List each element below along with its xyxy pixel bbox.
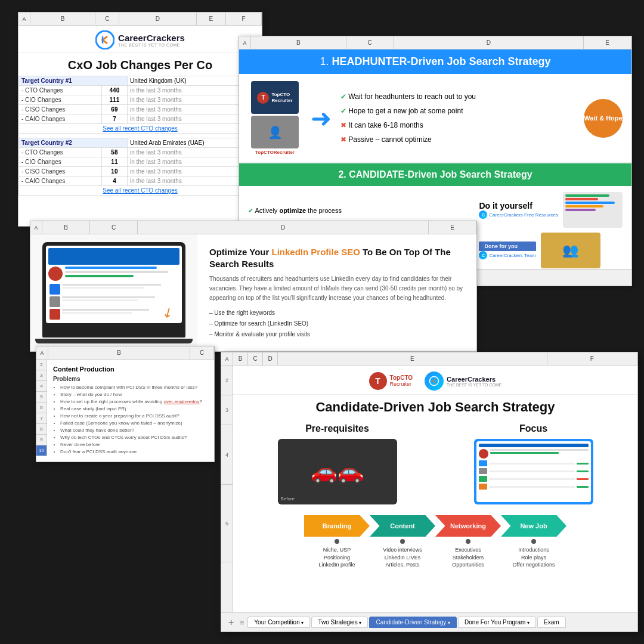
sheet3-bullets: – Use the right keywords – Optimize for … — [209, 308, 465, 340]
logo-tagline: THE BEST IS YET TO COME — [118, 43, 185, 47]
sheet1-title: CxO Job Changes Per Co — [18, 52, 262, 76]
topcto-icon: T — [369, 372, 387, 390]
cc-tagline-s5: THE BEST IS YET TO COME — [447, 383, 501, 387]
flow-new-job: New Job Introductions Role plays Offer n… — [501, 515, 566, 569]
tab-done-for-you-program[interactable]: Done For You Program ▾ — [458, 617, 536, 628]
strategy-flow: Branding Niche, USP Positioning LinkedIn… — [233, 510, 637, 571]
logo-name: CareerCrackers — [118, 33, 185, 43]
sheet3-linkedin: A B C D E 6 7 8 — [30, 221, 477, 352]
topcto-recruiter-logo: T TopCTO Recruiter — [369, 372, 413, 390]
cc-logo: CareerCrackers THE BEST IS YET TO COME — [95, 30, 185, 49]
sheet5-content-body: Pre-requisites 🚗 🚗 Before Focus — [233, 417, 637, 510]
sheet4-bullet-list: How to become compliant with PCI DSS in … — [53, 384, 208, 456]
laptop-mockup: ↙ — [42, 242, 185, 343]
cc-logo-sheet5: CareerCrackers THE BEST IS YET TO COME — [425, 371, 501, 391]
cross2: Passive – cannot optimize — [348, 135, 431, 144]
sheet4-subtitle: Problems — [53, 376, 208, 382]
cc-icon-s5 — [425, 371, 444, 391]
sheet5-logos-row: T TopCTO Recruiter CareerCrackers — [233, 366, 637, 395]
country1-label: Target Country #1 — [19, 76, 128, 86]
sheet5-candidate-driven: A B C D E F 2 3 4 5 T TopCTO Recruiter — [221, 352, 638, 632]
sheet1-cxo: A B C D E F CareerCrackers THE BEST IS Y… — [18, 12, 262, 227]
svg-point-1 — [430, 377, 439, 386]
strategy1-arrow: ➜ — [311, 104, 332, 133]
tab-bar-add-btn[interactable]: + — [226, 617, 236, 628]
cto1-value: 440 — [101, 86, 127, 95]
strategy1-header: 1. HEADHUNTER-Driven Job Search Strategy — [239, 49, 631, 74]
row-numbers: 2 3 4 5 — [221, 366, 233, 612]
sheet5-main-title: Candidate-Driven Job Search Strategy — [233, 395, 637, 417]
dfy-sublabel: CareerCrackers Team — [489, 253, 535, 258]
wait-hope-badge: Wait & Hope — [584, 99, 623, 138]
prereq-section: Pre-requisites 🚗 🚗 Before — [245, 423, 429, 504]
focus-section: Focus — [441, 423, 626, 504]
sheet4-title: Content Production — [53, 366, 208, 373]
cto1-label: - CTO Changes — [19, 86, 102, 95]
prereq-title: Pre-requisites — [245, 423, 429, 434]
flow-branding: Branding Niche, USP Positioning LinkedIn… — [304, 515, 370, 569]
tab-two-strategies[interactable]: Two Strategies ▾ — [311, 617, 368, 628]
sheet5-tab-bar[interactable]: + ≡ Your Competition ▾ Two Strategies ▾ … — [221, 612, 637, 631]
sheet1-data-table: Target Country #1 United Kingdom (UK) - … — [18, 76, 262, 196]
cc-name-s5: CareerCrackers — [447, 376, 501, 383]
dfy-label: Done for you — [479, 242, 535, 251]
sheet3-title: Optimize Your LinkedIn Profile SEO To Be… — [209, 246, 465, 270]
see-all-2-link[interactable]: See all recent CTO changes — [103, 187, 177, 194]
check2: Hope to get a new job at some point — [348, 107, 463, 115]
tab-bar-menu-btn[interactable]: ≡ — [237, 618, 246, 627]
flow-networking: Networking Executives Stakeholders Oppor… — [435, 515, 501, 569]
strategy2-header: 2. CANDIDATE-Driven Job Search Strategy — [239, 163, 631, 186]
see-all-1-link[interactable]: See all recent CTO changes — [103, 125, 177, 132]
diy-sublabel: CareerCrackers Free Resources — [489, 212, 558, 218]
tab-exam[interactable]: Exam — [537, 617, 566, 628]
tab-your-competition[interactable]: Your Competition ▾ — [247, 617, 310, 628]
strat1-label-part1: 1. — [320, 55, 332, 67]
check1: Wait for headhunters to reach out to you — [348, 92, 476, 101]
tab-candidate-driven-strategy[interactable]: Candidate-Driven Strategy ▾ — [369, 617, 457, 628]
sheet4-content: A B C 2 3 4 5 6 7 8 9 10 Content Product… — [36, 346, 215, 462]
topcto-name: TopCTORecruiter — [255, 150, 295, 155]
diy-label: Do it yourself — [479, 201, 558, 210]
cross1: It can take 6-18 months — [348, 121, 423, 129]
sheet3-desc: Thousands of recruiters and headhunters … — [209, 274, 465, 303]
focus-title: Focus — [441, 423, 626, 434]
flow-content: Content Video interviews LinkedIn LIVEs … — [370, 515, 435, 569]
svg-point-0 — [96, 31, 114, 49]
